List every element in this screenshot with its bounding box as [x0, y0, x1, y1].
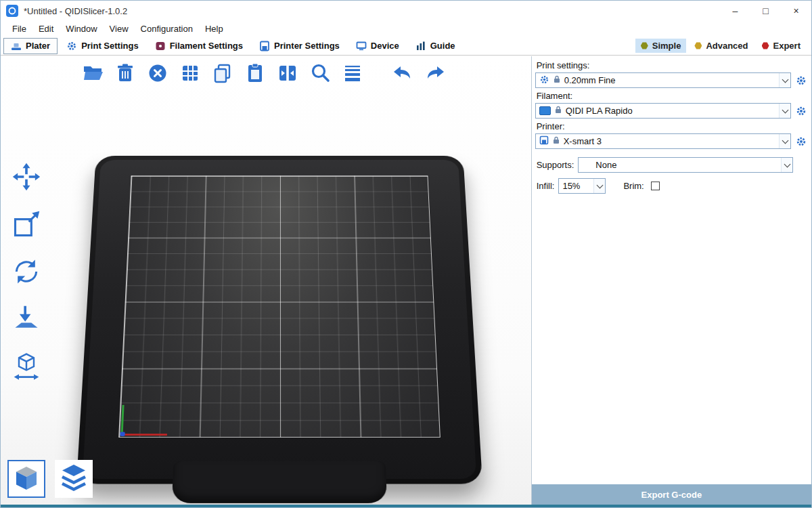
rotate-button[interactable] — [9, 256, 44, 289]
infill-select[interactable]: 15% — [558, 178, 606, 194]
view-3d-button[interactable] — [7, 460, 45, 498]
filament-select[interactable]: QIDI PLA Rapido — [535, 103, 791, 119]
print-settings-select[interactable]: 0.20mm Fine — [535, 72, 791, 88]
z-axis-indicator — [120, 432, 125, 436]
delete-button[interactable] — [113, 62, 137, 86]
mode-simple-label: Simple — [652, 41, 681, 51]
place-on-face-button[interactable] — [9, 303, 44, 336]
mode-expert[interactable]: Expert — [757, 39, 806, 53]
tab-print-settings[interactable]: Print Settings — [59, 38, 146, 54]
lock-icon — [552, 136, 560, 146]
delete-all-button[interactable] — [145, 62, 170, 86]
y-axis-indicator — [120, 405, 124, 436]
copy-button[interactable] — [210, 62, 235, 86]
paste-clipboard-icon — [244, 62, 266, 86]
mode-simple[interactable]: Simple — [635, 39, 687, 53]
move-button[interactable] — [9, 161, 44, 194]
tab-filament-settings[interactable]: Filament Settings — [148, 38, 250, 54]
dropdown-arrow-icon — [779, 134, 790, 148]
printer-icon — [539, 135, 549, 147]
place-on-face-icon — [11, 304, 42, 336]
tab-plater-label: Plater — [26, 41, 50, 51]
printer-value: X-smart 3 — [564, 136, 775, 146]
export-gcode-button[interactable]: Export G-code — [532, 484, 811, 505]
printer-select[interactable]: X-smart 3 — [535, 133, 791, 149]
bed-handle — [172, 461, 387, 503]
menubar: File Edit Window View Configuration Help — [1, 21, 811, 37]
measure-button[interactable] — [9, 351, 44, 383]
tab-guide[interactable]: Guide — [408, 38, 463, 54]
mode-selector: Simple Advanced Expert — [635, 39, 811, 53]
simple-mode-hex-icon — [641, 42, 648, 49]
menu-edit[interactable]: Edit — [32, 22, 60, 35]
cube-3d-icon — [10, 462, 43, 496]
monitor-icon — [356, 41, 367, 51]
window-title: *Untitled - QIDISlicer-1.0.2 — [24, 6, 127, 16]
trash-icon — [114, 62, 136, 86]
tab-printer-settings[interactable]: Printer Settings — [252, 38, 347, 54]
rotate-icon — [11, 257, 42, 289]
menu-configuration[interactable]: Configuration — [135, 22, 199, 35]
gear-icon — [66, 41, 77, 51]
split-objects-icon — [277, 62, 298, 86]
viewport-3d[interactable] — [1, 56, 531, 505]
lock-icon — [553, 75, 561, 85]
delete-all-x-circle-icon — [147, 62, 168, 86]
open-button[interactable] — [81, 62, 105, 86]
brim-checkbox[interactable] — [651, 182, 660, 190]
menu-view[interactable]: View — [104, 22, 135, 35]
left-toolbar — [9, 161, 44, 383]
window-controls: – □ × — [720, 1, 811, 21]
paste-button[interactable] — [243, 62, 267, 86]
tab-guide-label: Guide — [430, 41, 455, 51]
print-settings-value: 0.20mm Fine — [564, 75, 775, 85]
tab-plater[interactable]: Plater — [3, 38, 58, 54]
expert-mode-hex-icon — [762, 42, 769, 49]
close-button[interactable]: × — [781, 1, 811, 21]
mode-expert-label: Expert — [773, 41, 800, 51]
dropdown-arrow-icon — [593, 179, 605, 193]
top-toolbar — [81, 62, 447, 86]
tab-device-label: Device — [371, 41, 399, 51]
printer-icon — [259, 41, 270, 51]
measure-cube-icon — [11, 352, 42, 383]
print-settings-label: Print settings: — [537, 60, 808, 71]
plater-bed-icon — [11, 41, 22, 51]
move-arrows-icon — [11, 162, 42, 194]
minimize-button[interactable]: – — [720, 1, 750, 21]
tabbar: Plater Print Settings Filament Settings … — [1, 37, 811, 56]
x-axis-indicator — [120, 433, 167, 436]
gear-icon — [539, 75, 549, 87]
supports-select[interactable]: None — [578, 157, 793, 173]
search-button[interactable] — [308, 62, 332, 86]
bed-plate-grid — [118, 175, 441, 438]
variable-layer-height-button[interactable] — [340, 62, 365, 86]
redo-button[interactable] — [423, 62, 447, 86]
undo-button[interactable] — [390, 62, 415, 86]
arrange-button[interactable] — [178, 62, 202, 86]
supports-label: Supports: — [537, 160, 574, 171]
menu-help[interactable]: Help — [199, 22, 229, 35]
print-bed — [76, 156, 482, 484]
print-settings-gear-button[interactable] — [794, 73, 808, 88]
dropdown-arrow-icon — [779, 104, 790, 118]
guide-bars-icon — [415, 41, 426, 51]
arrange-grid-icon — [179, 62, 201, 86]
split-button[interactable] — [275, 62, 300, 86]
filament-value: QIDI PLA Rapido — [566, 106, 775, 116]
app-logo-icon — [6, 5, 18, 17]
tab-device[interactable]: Device — [348, 38, 407, 54]
mode-advanced[interactable]: Advanced — [689, 39, 753, 53]
filament-gear-button[interactable] — [794, 104, 808, 119]
window-bottom-border — [1, 505, 811, 507]
printer-gear-button[interactable] — [794, 134, 808, 149]
menu-file[interactable]: File — [6, 22, 32, 35]
menu-window[interactable]: Window — [60, 22, 103, 35]
maximize-button[interactable]: □ — [750, 1, 781, 21]
open-folder-icon — [82, 62, 104, 86]
filament-label: Filament: — [537, 91, 808, 102]
scale-button[interactable] — [9, 209, 44, 241]
advanced-mode-hex-icon — [694, 42, 702, 49]
preview-button[interactable] — [55, 460, 93, 498]
scale-icon — [11, 209, 42, 241]
